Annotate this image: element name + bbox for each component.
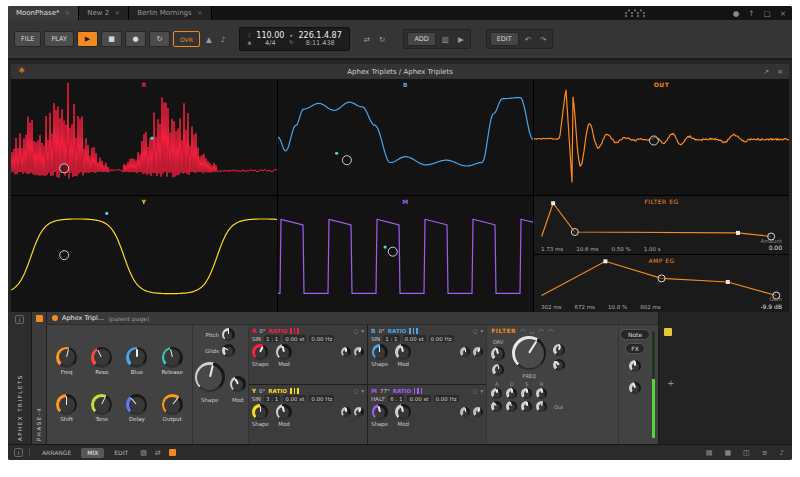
osc-fine-hz[interactable]: 0.00 Hz <box>429 335 454 342</box>
osc-waveform[interactable]: HALF <box>371 396 385 402</box>
osc-mode[interactable]: RATIO <box>388 328 407 334</box>
osc-semitones[interactable]: 0.00 st <box>283 335 306 342</box>
osc-mode[interactable]: RATIO <box>268 388 287 394</box>
macro-knob-tone[interactable]: Tone <box>91 394 112 422</box>
dual-panel-icon[interactable]: ◫ <box>741 449 752 457</box>
osc-semitones[interactable]: 0.00 st <box>283 395 306 402</box>
remote-controls-icon[interactable]: ∗ <box>18 65 26 75</box>
play-menu-button[interactable]: PLAY <box>44 31 74 47</box>
swap-tool-icon[interactable]: ⇄ <box>153 449 163 457</box>
gain-value[interactable]: -9.9 dB <box>760 303 782 310</box>
knob[interactable] <box>354 407 364 417</box>
macro-knob-delay[interactable]: Delay <box>126 394 147 422</box>
osc-letter[interactable]: M <box>371 387 377 394</box>
punch-out-icon[interactable]: ↻ <box>376 35 388 44</box>
osc-mode[interactable]: RATIO <box>269 328 288 334</box>
help-info-icon[interactable]: i <box>14 448 23 457</box>
active-tool-chip[interactable] <box>169 449 176 456</box>
osc-phase[interactable]: 0° <box>259 388 265 394</box>
fx-section-button[interactable]: FX <box>625 343 645 354</box>
knob[interactable] <box>512 336 546 370</box>
osc-power-icon[interactable]: ○ <box>353 388 358 394</box>
macro-knob-blue[interactable]: Blue <box>126 347 147 375</box>
project-tab[interactable]: New 2× <box>79 6 129 20</box>
add-device-icon[interactable]: + <box>667 378 675 388</box>
knob[interactable] <box>126 394 147 415</box>
mod-source-handle[interactable] <box>60 164 69 173</box>
knob[interactable] <box>276 344 292 360</box>
filter-eg-r-knob[interactable]: R <box>536 381 547 399</box>
osc-waveform[interactable]: SIN <box>371 336 380 342</box>
mixer-panel-icon[interactable]: ▦ <box>722 449 733 457</box>
knob[interactable] <box>395 404 411 420</box>
osc-ratio[interactable]: 3 : 1 <box>264 395 280 402</box>
meter-bars-icon[interactable]: ▥ <box>439 35 452 44</box>
osc-ratio[interactable]: 1 : 1 <box>264 335 280 342</box>
mod-source-handle[interactable] <box>60 251 69 260</box>
add-track-button[interactable]: ADD <box>407 32 435 46</box>
knob[interactable] <box>341 407 351 417</box>
play-small-icon[interactable]: ▶ <box>455 35 467 44</box>
stop-button[interactable]: ■ <box>101 31 122 47</box>
macro-knob-shift[interactable]: Shift <box>56 394 77 422</box>
time-signature-value[interactable]: 4/4 <box>265 40 275 47</box>
track-rack-strip[interactable]: i APHEX TRIPLETS <box>8 312 32 444</box>
knob[interactable] <box>222 344 235 357</box>
osc-power-icon[interactable]: ○ <box>473 388 478 394</box>
osc-phase[interactable]: 0° <box>259 328 265 334</box>
filter-eg-d-knob[interactable]: D <box>506 381 517 399</box>
punch-in-icon[interactable]: ⇄ <box>361 35 373 44</box>
knob[interactable] <box>252 344 268 360</box>
eg-value[interactable]: 0.50 % <box>611 246 630 252</box>
status-dot-icon[interactable]: ● <box>733 9 740 18</box>
knob[interactable] <box>56 347 77 368</box>
undo-icon[interactable]: ↶ <box>522 35 534 44</box>
osc-ratio[interactable]: 1 : 1 <box>383 335 399 342</box>
macro-knob-reso[interactable]: Reso <box>91 347 112 375</box>
knob[interactable] <box>506 401 517 412</box>
knob[interactable] <box>629 360 641 372</box>
device-collapse-strip[interactable]: PHASE-4 <box>32 312 47 444</box>
quantize-icon[interactable]: ♪ <box>218 35 229 44</box>
osc-fine-hz[interactable]: 0.00 Hz <box>309 335 334 342</box>
eg-handle-ring[interactable] <box>658 274 665 281</box>
knob[interactable] <box>506 388 517 399</box>
knob[interactable] <box>372 404 388 420</box>
knob[interactable] <box>252 404 268 420</box>
knob[interactable] <box>276 404 292 420</box>
macro-knob-freq[interactable]: Freq <box>56 347 77 375</box>
eg-value[interactable]: 1.00 s <box>644 246 661 252</box>
note-section-button[interactable]: Note <box>620 329 650 340</box>
eg-value[interactable]: 302 ms <box>541 304 561 310</box>
knob[interactable] <box>536 401 547 412</box>
device-title[interactable]: Aphex Tripl... <box>62 314 104 322</box>
eg-value[interactable]: 1.73 ms <box>541 246 563 252</box>
close-icon[interactable]: × <box>780 9 786 18</box>
mod-source-handle[interactable] <box>388 247 397 256</box>
knob[interactable] <box>162 347 183 368</box>
device-power-icon[interactable] <box>52 315 58 321</box>
project-tab[interactable]: Berlin Mornings× <box>129 6 211 20</box>
file-button[interactable]: FILE <box>14 31 41 47</box>
knob[interactable] <box>126 347 147 368</box>
knob[interactable] <box>372 344 388 360</box>
osc-letter[interactable]: Y <box>252 387 256 394</box>
knob[interactable] <box>395 344 411 360</box>
knob[interactable] <box>91 394 112 415</box>
osc-power-icon[interactable]: ○ <box>353 328 358 334</box>
osc-dropdown-icon[interactable]: ▾ <box>361 388 364 394</box>
knob[interactable] <box>341 347 351 357</box>
osc-semitones[interactable]: 0.00 st <box>403 335 426 342</box>
knob[interactable] <box>354 347 364 357</box>
osc-waveform[interactable]: SIN <box>252 396 261 402</box>
knob[interactable] <box>491 401 502 412</box>
knob[interactable] <box>491 347 505 361</box>
osc-ratio[interactable]: 6 : 1 <box>388 395 404 402</box>
knob[interactable] <box>492 364 504 376</box>
knob[interactable] <box>230 376 246 392</box>
knob[interactable] <box>521 388 532 399</box>
osc-semitones[interactable]: 0.00 st <box>407 395 430 402</box>
osc-power-icon[interactable]: ○ <box>473 328 478 334</box>
metronome-icon[interactable]: ▲ <box>203 35 215 44</box>
eg-handle-ring[interactable] <box>571 229 578 236</box>
